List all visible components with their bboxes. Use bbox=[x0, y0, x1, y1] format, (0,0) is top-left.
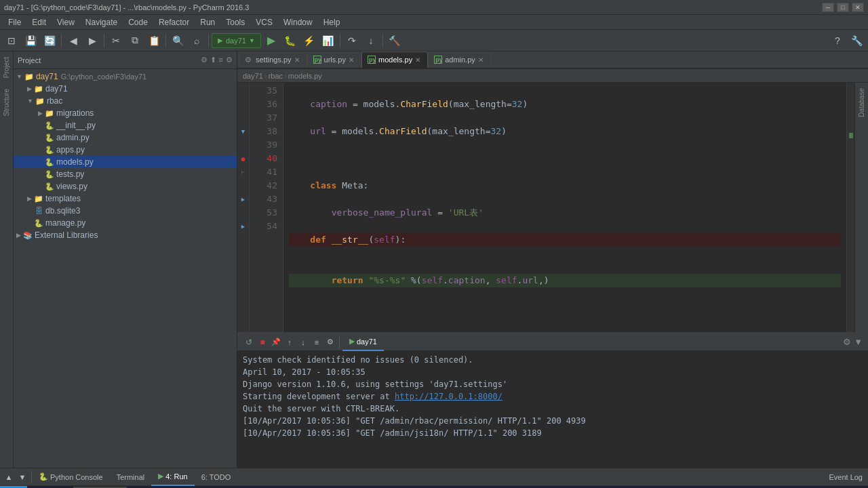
run-config-selector[interactable]: ▶ day71 ▼ bbox=[212, 33, 261, 48]
bottom-hide-icon[interactable]: ▼ bbox=[854, 337, 863, 347]
tree-root-item[interactable]: ▼ 📁 day71 G:\python_code\F3\day71 bbox=[14, 70, 237, 83]
tree-views-file[interactable]: ▶ 🐍 views.py bbox=[14, 180, 237, 192]
project-panel-gear-icon[interactable]: ⚙ bbox=[226, 56, 233, 64]
tree-rbac-folder[interactable]: ▼ 📁 rbac bbox=[14, 95, 237, 107]
toolbar-settings-button[interactable]: 🔧 bbox=[848, 32, 865, 49]
toolbar-copy-button[interactable]: ⧉ bbox=[126, 32, 144, 49]
status-hide-button[interactable]: ▼ bbox=[16, 471, 28, 483]
sidebar-structure-label[interactable]: Structure bbox=[1, 86, 12, 119]
tree-views-label: views.py bbox=[56, 182, 87, 191]
toolbar-save-button[interactable]: 💾 bbox=[22, 32, 39, 49]
menu-code[interactable]: Code bbox=[123, 16, 153, 28]
run-filter-button[interactable]: ⚙ bbox=[324, 336, 336, 348]
run-expand-button[interactable]: ↓ bbox=[297, 336, 309, 348]
minimize-button[interactable]: ─ bbox=[822, 3, 834, 12]
menu-vcs[interactable]: VCS bbox=[250, 16, 278, 28]
menu-edit[interactable]: Edit bbox=[26, 16, 52, 28]
tab-models-close[interactable]: ✕ bbox=[415, 56, 420, 64]
toolbar-sync-button[interactable]: 🔄 bbox=[41, 32, 58, 49]
tree-migrations-folder[interactable]: ▶ 📁 migrations bbox=[14, 107, 237, 119]
breakpoint-icon-40[interactable]: ● bbox=[241, 155, 245, 163]
status-expand-button[interactable]: ▲ bbox=[3, 471, 15, 483]
close-button[interactable]: ✕ bbox=[852, 3, 864, 12]
server-url-link[interactable]: http://127.0.0.1:8000/ bbox=[395, 392, 502, 401]
bottom-tab-run[interactable]: ▶ day71 bbox=[342, 333, 384, 351]
toolbar-forward-button[interactable]: ▶ bbox=[83, 32, 101, 49]
tree-manage-file[interactable]: ▶ 🐍 manage.py bbox=[14, 217, 237, 229]
run-scroll-button[interactable]: ↑ bbox=[283, 336, 296, 348]
tree-ext-libraries[interactable]: ▶ 📚 External Libraries bbox=[14, 229, 237, 241]
project-panel-settings-icon[interactable]: ⚙ bbox=[201, 56, 208, 64]
toolbar: ⊡ 💾 🔄 ◀ ▶ ✂ ⧉ 📋 🔍 ⌕ ▶ day71 ▼ ▶ 🐛 ⚡ 📊 ↷ … bbox=[0, 30, 868, 52]
status-tab-python-console[interactable]: 🐍 Python Console bbox=[32, 468, 110, 486]
window-controls[interactable]: ─ □ ✕ bbox=[822, 3, 864, 12]
sidebar-project-label[interactable]: Project bbox=[1, 54, 12, 81]
tree-init-file[interactable]: ▶ 🐍 __init__.py bbox=[14, 119, 237, 131]
database-tab-label[interactable]: Database bbox=[856, 85, 867, 120]
tree-db-file[interactable]: ▶ 🗄 db.sqlite3 bbox=[14, 205, 237, 217]
toolbar-find-replace-button[interactable]: ⌕ bbox=[188, 32, 205, 49]
fold-icon-43[interactable]: ▶ bbox=[241, 196, 245, 203]
toolbar-profile-button[interactable]: 📊 bbox=[319, 32, 337, 49]
tree-apps-file[interactable]: ▶ 🐍 apps.py bbox=[14, 144, 237, 156]
menu-run[interactable]: Run bbox=[195, 16, 220, 28]
menu-refactor[interactable]: Refactor bbox=[153, 16, 195, 28]
toolbar-paste-button[interactable]: 📋 bbox=[145, 32, 163, 49]
tree-tests-file[interactable]: ▶ 🐍 tests.py bbox=[14, 168, 237, 180]
fold-icon-54[interactable]: ▶ bbox=[241, 223, 245, 230]
toolbar-help-button[interactable]: ? bbox=[829, 32, 846, 49]
maximize-button[interactable]: □ bbox=[837, 3, 849, 12]
toolbar-build-button[interactable]: 🔨 bbox=[386, 32, 403, 49]
menu-navigate[interactable]: Navigate bbox=[80, 16, 123, 28]
tree-models-file[interactable]: ▶ 🐍 models.py bbox=[14, 156, 237, 168]
tab-admin[interactable]: py admin.py ✕ bbox=[428, 52, 491, 68]
run-stop-button[interactable]: ■ bbox=[256, 336, 269, 348]
tree-manage-label: manage.py bbox=[45, 218, 85, 228]
fold-icon-41[interactable]: ⊢ bbox=[241, 169, 245, 176]
menu-tools[interactable]: Tools bbox=[220, 16, 250, 28]
run-restart-button[interactable]: ↺ bbox=[243, 336, 255, 348]
toolbar-run-button[interactable]: ▶ bbox=[262, 32, 280, 49]
event-log-label[interactable]: Event Log bbox=[829, 473, 863, 481]
project-panel-collapse-icon[interactable]: ⬆ bbox=[210, 56, 216, 64]
py-icon: 🐍 bbox=[44, 181, 55, 192]
tab-urls[interactable]: py urls.py ✕ bbox=[307, 52, 361, 68]
ln-38: 38 bbox=[255, 125, 277, 138]
tab-settings[interactable]: ⚙ settings.py ✕ bbox=[239, 52, 307, 68]
toolbar-stepover-button[interactable]: ↷ bbox=[343, 32, 361, 49]
run-pin-button[interactable]: 📌 bbox=[270, 336, 282, 348]
code-content[interactable]: caption = models.CharField(max_length=32… bbox=[283, 83, 846, 332]
gutter-41: ⊢ bbox=[237, 165, 249, 179]
tree-admin-file[interactable]: ▶ 🐍 admin.py bbox=[14, 131, 237, 144]
bottom-settings-icon[interactable]: ⚙ bbox=[843, 337, 851, 347]
toolbar-project-button[interactable]: ⊡ bbox=[3, 32, 20, 49]
status-tab-run[interactable]: ▶ 4: Run bbox=[151, 468, 194, 486]
toolbar-debug-button[interactable]: 🐛 bbox=[281, 32, 299, 49]
status-tab-todo[interactable]: 6: TODO bbox=[195, 468, 238, 486]
tab-settings-close[interactable]: ✕ bbox=[294, 56, 300, 64]
menu-file[interactable]: File bbox=[3, 16, 26, 28]
tree-apps-label: apps.py bbox=[56, 145, 85, 155]
menu-window[interactable]: Window bbox=[278, 16, 318, 28]
code-line-35: caption = models.CharField(max_length=32… bbox=[289, 99, 528, 109]
run-wrap-button[interactable]: ≡ bbox=[311, 336, 323, 348]
tree-root-label: day71 bbox=[36, 72, 58, 81]
toolbar-find-button[interactable]: 🔍 bbox=[169, 32, 186, 49]
menu-view[interactable]: View bbox=[52, 16, 80, 28]
editor-area[interactable]: ▶ ▶ ▶ ▼ ▶ ● ⊢ ▶ ▶ ▶ ▶ 35 36 37 bbox=[237, 83, 868, 332]
project-panel-expand-icon[interactable]: ≡ bbox=[219, 56, 223, 64]
file-tree: ▼ 📁 day71 G:\python_code\F3\day71 ▶ 📁 da… bbox=[14, 69, 237, 468]
toolbar-cut-button[interactable]: ✂ bbox=[107, 32, 125, 49]
status-tab-terminal[interactable]: Terminal bbox=[110, 468, 152, 486]
tree-day71-folder[interactable]: ▶ 📁 day71 bbox=[14, 83, 237, 95]
start-button[interactable]: ⊞ bbox=[0, 486, 27, 489]
toolbar-coverage-button[interactable]: ⚡ bbox=[300, 32, 318, 49]
fold-icon-38[interactable]: ▼ bbox=[241, 128, 245, 135]
toolbar-back-button[interactable]: ◀ bbox=[64, 32, 82, 49]
menu-help[interactable]: Help bbox=[318, 16, 346, 28]
tab-urls-close[interactable]: ✕ bbox=[349, 56, 354, 64]
toolbar-stepinto-button[interactable]: ↓ bbox=[362, 32, 380, 49]
tab-admin-close[interactable]: ✕ bbox=[478, 56, 484, 64]
tab-models[interactable]: py models.py ✕ bbox=[361, 52, 428, 68]
tree-templates-folder[interactable]: ▶ 📁 templates bbox=[14, 192, 237, 205]
